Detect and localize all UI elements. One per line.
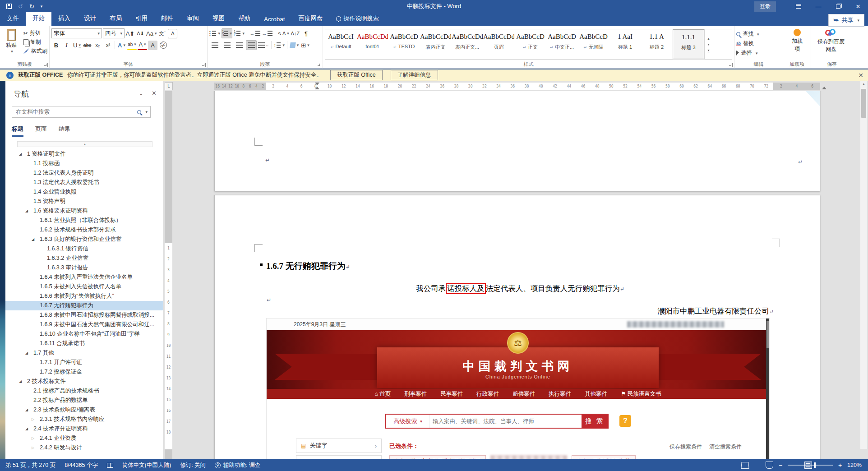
nav-search-dropdown-icon[interactable]: ▾ [145,110,148,114]
styles-dialog-launcher[interactable] [729,63,733,67]
nav-heading-item[interactable]: 1.6.4 未被列入严重违法失信企业名单 [5,272,163,282]
style-item-表内正文...[interactable]: AaBbCcDdE表内正文... [452,29,483,59]
zoom-slider-thumb[interactable] [814,462,816,468]
word-count[interactable]: 8/44365 个字 [65,462,98,469]
asian-layout-button[interactable]: ⺀A▾ [277,29,289,38]
close-button[interactable]: ✕ [848,0,868,13]
ribbon-tab-file[interactable]: 文件 [0,12,26,26]
language-indicator[interactable]: 简体中文(中国大陆) [122,462,171,469]
nav-heading-item[interactable]: 1.5 资格声明 [5,197,163,206]
nav-heading-item[interactable]: 1.6.9 未被中国石油天然气集团有限公司和辽... [5,320,163,329]
scroll-up-icon[interactable]: ▲ [860,81,867,88]
clear-search-link[interactable]: 清空搜索条件 [709,443,742,451]
highlight-color-button[interactable]: ab▾ [127,41,137,50]
character-shading-button[interactable]: A [148,41,157,50]
site-menu-item-3[interactable]: 行政案件 [476,390,499,398]
find-button[interactable]: 查找▾ [736,29,781,39]
minimize-button[interactable]: — [808,0,828,13]
expand-icon[interactable]: ▷ [32,415,34,424]
site-menu-item-7[interactable]: ⚑ 民族语言文书 [621,390,661,398]
shading-button[interactable]: ▾ [290,41,299,50]
show-hide-marks-button[interactable]: ¶ [301,29,311,38]
nav-heading-item[interactable]: 1.4 企业营业执照 [5,187,163,197]
learn-more-button[interactable]: 了解详细信息 [391,70,438,80]
nav-heading-item[interactable]: 1.6.11 合规承诺书 [5,339,163,348]
font-color-button[interactable]: A▾ [138,41,147,50]
style-item-标题-1[interactable]: 1 AaI标题 1 [609,29,641,59]
change-case-button[interactable]: Aa▾ [146,29,157,38]
nav-heading-item[interactable]: ◢1.6.3 良好的银行资信和企业信誉 [5,235,163,244]
font-size-combo[interactable]: 四号▾ [103,28,125,38]
align-right-button[interactable] [234,40,245,50]
ribbon-display-options-button[interactable] [789,0,808,13]
align-center-button[interactable] [222,40,232,50]
get-genuine-office-button[interactable]: 获取正版 Office [330,70,383,80]
censored-condition-chip[interactable] [490,455,567,459]
document-search-input[interactable] [12,109,137,115]
company-signature-line[interactable]: 濮阳市中鹏工业电器有限责任公司↵ [267,306,774,316]
style-item-中文正...[interactable]: AaBbCcD↵ 中文正... [546,29,578,59]
advanced-search-button[interactable]: 高级搜索▾ [386,415,429,428]
nav-heading-item[interactable]: 1.6.10 企业名称中不包含“辽河油田”字样 [5,329,163,339]
nav-heading-item[interactable]: 2.2 投标产品的数据单 [5,396,163,405]
document-search-box[interactable]: ▾ [12,106,151,118]
nav-heading-item[interactable]: ▷2.4.1 企业资质 [5,434,163,443]
nav-heading-item[interactable]: 1.6.3.3 审计报告 [5,263,163,272]
undo-icon[interactable]: ↺ [18,3,23,10]
redo-icon[interactable]: ↻ [29,3,34,10]
select-button[interactable]: 选择▾ [736,48,781,58]
paste-button[interactable]: 粘贴▾ [2,28,21,60]
style-item-testo[interactable]: AaBbCcD↵ TESTO [388,29,420,59]
ribbon-tab-10[interactable]: Acrobat [257,13,292,26]
nav-heading-item[interactable]: 2.1 投标产品的技术规格书 [5,386,163,396]
site-search-button[interactable]: 搜 索 [582,415,608,428]
nav-heading-item[interactable]: 1.6.7 无行贿犯罪行为 [5,301,163,310]
nav-heading-item[interactable]: ◢2.4 技术评分证明资料 [5,424,163,434]
style-item-无间隔[interactable]: AaBbCcD↵ 无间隔 [578,29,609,59]
collapse-icon[interactable]: ◢ [25,206,28,216]
site-menu-item-6[interactable]: 其他案件 [585,390,607,398]
nav-pane-close-icon[interactable]: ✕ [152,90,157,97]
expand-icon[interactable]: ▷ [32,434,34,443]
paragraph-dialog-launcher[interactable] [317,63,321,67]
ribbon-tab-11[interactable]: 百度网盘 [292,12,330,26]
collapse-icon[interactable]: ◢ [25,348,28,358]
strikethrough-button[interactable]: abc [83,41,92,50]
distribute-button[interactable]: ↔ [258,40,269,50]
styles-more-button[interactable]: ▴▾▾̲ [704,29,712,59]
underline-button[interactable]: U▾ [72,41,82,50]
ribbon-tab-5[interactable]: 引用 [129,12,154,26]
grow-font-button[interactable]: A⬆︎ [125,29,135,38]
superscript-button[interactable]: x² [103,41,113,50]
shrink-font-button[interactable]: A⬇︎ [136,29,145,38]
justify-button[interactable] [246,40,257,50]
italic-button[interactable]: I [62,41,71,50]
collapse-icon[interactable]: ◢ [19,377,22,386]
font-name-combo[interactable]: 宋体▾ [51,28,102,38]
page-indicator[interactable]: 第 51 页，共 270 页 [5,462,55,469]
ribbon-tab-4[interactable]: 布局 [103,12,129,26]
proofing-icon[interactable] [107,463,113,468]
nav-heading-item[interactable]: 1.7.2 投标保证金 [5,367,163,377]
track-changes-indicator[interactable]: 修订: 关闭 [180,462,206,469]
reason-filter-box[interactable]: ▤ 案由 › [296,455,382,459]
style-item-font01[interactable]: AaBbCcDdfont01 [357,29,388,59]
jump-to-previous-heading-bar[interactable]: ▲ [17,141,152,147]
ribbon-tab-6[interactable]: 邮件 [154,12,180,26]
collapse-icon[interactable]: ◢ [25,424,28,434]
collapse-icon[interactable]: ◢ [25,405,28,415]
save-search-link[interactable]: 保存搜索条件 [669,443,702,451]
character-border-button[interactable]: A [168,29,177,38]
nav-tab-2[interactable]: 结果 [59,125,70,137]
addins-button[interactable]: 加载项 [785,28,809,60]
nav-heading-item[interactable]: ◢2.3 技术条款响应/偏离表 [5,405,163,415]
collapse-icon[interactable]: ◢ [32,235,34,244]
style-item-页眉[interactable]: AaBbCcDdE页眉 [483,29,515,59]
ribbon-tab-2[interactable]: 插入 [51,12,77,26]
tab-selector-box[interactable]: L [165,82,173,90]
nav-heading-item[interactable]: ◢2 技术投标文件 [5,377,163,386]
bold-button[interactable]: B [51,41,61,50]
nav-heading-item[interactable]: 1.3 法定代表人授权委托书 [5,178,163,187]
tell-me-search[interactable]: 操作说明搜索 [330,12,385,26]
phonetic-guide-button[interactable]: 文ˊ [157,29,167,38]
